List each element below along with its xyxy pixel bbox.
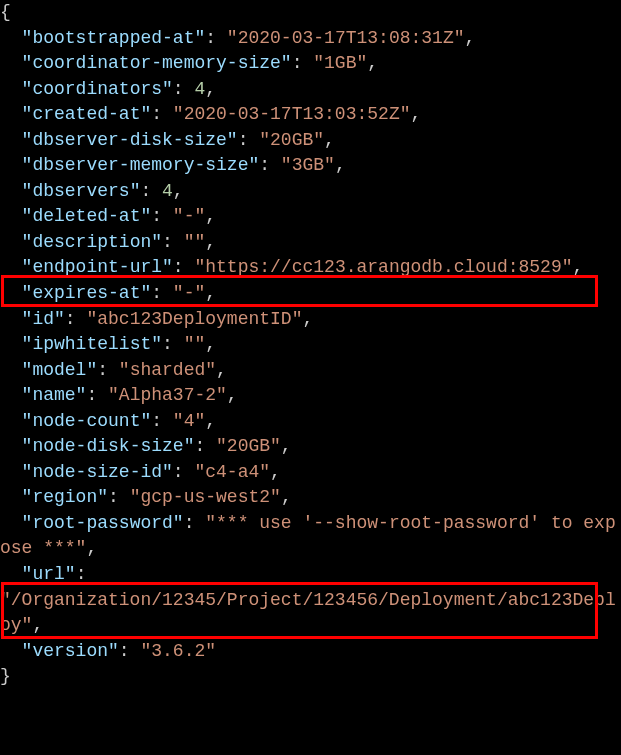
json-value: "c4-a4" — [194, 462, 270, 482]
json-value: "https://cc123.arangodb.cloud:8529" — [194, 257, 572, 277]
json-value: "-" — [173, 283, 205, 303]
json-line: "root-password": "*** use '--show-root-p… — [0, 511, 621, 562]
json-value: "" — [184, 334, 206, 354]
json-line: "coordinator-memory-size": "1GB", — [0, 51, 621, 77]
json-key: "node-disk-size" — [22, 436, 195, 456]
json-line: "version": "3.6.2" — [0, 639, 621, 665]
json-line: "dbserver-memory-size": "3GB", — [0, 153, 621, 179]
json-line: "expires-at": "-", — [0, 281, 621, 307]
json-value: "3GB" — [281, 155, 335, 175]
json-value: "2020-03-17T13:03:52Z" — [173, 104, 411, 124]
json-key: "bootstrapped-at" — [22, 28, 206, 48]
json-line: "id": "abc123DeploymentID", — [0, 307, 621, 333]
json-line: "name": "Alpha37-2", — [0, 383, 621, 409]
json-key: "coordinator-memory-size" — [22, 53, 292, 73]
json-value: "20GB" — [259, 130, 324, 150]
json-line: "url": — [0, 562, 621, 588]
json-line: } — [0, 664, 621, 690]
brace: } — [0, 666, 11, 686]
json-line: "dbservers": 4, — [0, 179, 621, 205]
json-key: "description" — [22, 232, 162, 252]
json-key: "url" — [22, 564, 76, 584]
json-key: "version" — [22, 641, 119, 661]
json-key: "endpoint-url" — [22, 257, 173, 277]
json-line: "node-count": "4", — [0, 409, 621, 435]
json-key: "dbserver-disk-size" — [22, 130, 238, 150]
json-key: "deleted-at" — [22, 206, 152, 226]
json-value: "/Organization/12345/Project/123456/Depl… — [0, 590, 616, 636]
json-value: 4 — [194, 79, 205, 99]
json-key: "name" — [22, 385, 87, 405]
json-line: "ipwhitelist": "", — [0, 332, 621, 358]
json-value: 4 — [162, 181, 173, 201]
json-key: "root-password" — [22, 513, 184, 533]
json-value: "gcp-us-west2" — [130, 487, 281, 507]
json-value: "" — [184, 232, 206, 252]
json-value: "Alpha37-2" — [108, 385, 227, 405]
json-key: "expires-at" — [22, 283, 152, 303]
json-line: "dbserver-disk-size": "20GB", — [0, 128, 621, 154]
json-key: "created-at" — [22, 104, 152, 124]
json-value: "1GB" — [313, 53, 367, 73]
brace: { — [0, 2, 11, 22]
json-key: "model" — [22, 360, 98, 380]
json-key: "dbservers" — [22, 181, 141, 201]
json-line: "bootstrapped-at": "2020-03-17T13:08:31Z… — [0, 26, 621, 52]
json-value: "-" — [173, 206, 205, 226]
json-line: "region": "gcp-us-west2", — [0, 485, 621, 511]
json-key: "id" — [22, 309, 65, 329]
json-line: "node-size-id": "c4-a4", — [0, 460, 621, 486]
json-line: "created-at": "2020-03-17T13:03:52Z", — [0, 102, 621, 128]
json-line: "/Organization/12345/Project/123456/Depl… — [0, 588, 621, 639]
json-line: "endpoint-url": "https://cc123.arangodb.… — [0, 255, 621, 281]
json-line: "node-disk-size": "20GB", — [0, 434, 621, 460]
json-value: "20GB" — [216, 436, 281, 456]
json-key: "coordinators" — [22, 79, 173, 99]
json-line: { — [0, 0, 621, 26]
json-line: "coordinators": 4, — [0, 77, 621, 103]
json-key: "dbserver-memory-size" — [22, 155, 260, 175]
json-value: "4" — [173, 411, 205, 431]
json-key: "node-size-id" — [22, 462, 173, 482]
json-line: "model": "sharded", — [0, 358, 621, 384]
json-key: "region" — [22, 487, 108, 507]
json-line: "description": "", — [0, 230, 621, 256]
json-line: "deleted-at": "-", — [0, 204, 621, 230]
json-value: "2020-03-17T13:08:31Z" — [227, 28, 465, 48]
json-key: "node-count" — [22, 411, 152, 431]
json-output: { "bootstrapped-at": "2020-03-17T13:08:3… — [0, 0, 621, 690]
json-key: "ipwhitelist" — [22, 334, 162, 354]
json-value: "abc123DeploymentID" — [86, 309, 302, 329]
json-value: "3.6.2" — [140, 641, 216, 661]
json-value: "sharded" — [119, 360, 216, 380]
